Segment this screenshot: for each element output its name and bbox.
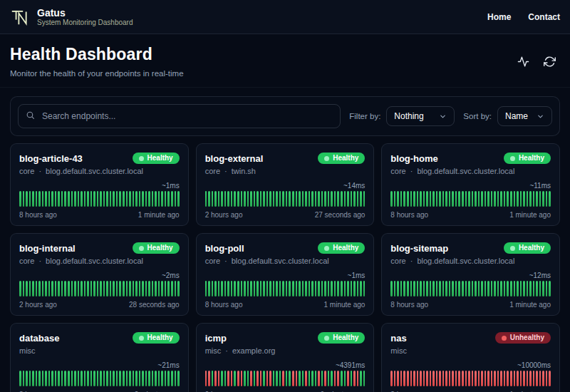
- status-bar[interactable]: [84, 281, 86, 296]
- status-bar[interactable]: [305, 281, 307, 296]
- status-bar[interactable]: [478, 191, 480, 207]
- status-bar[interactable]: [142, 281, 144, 296]
- status-bar[interactable]: [32, 191, 34, 207]
- status-bar[interactable]: [407, 281, 409, 296]
- status-bar[interactable]: [32, 281, 34, 296]
- status-bar[interactable]: [475, 191, 477, 207]
- brand[interactable]: Gatus System Monitoring Dashboard: [10, 7, 133, 27]
- status-bar[interactable]: [167, 281, 170, 296]
- status-bar[interactable]: [299, 191, 301, 207]
- nav-link-home[interactable]: Home: [487, 12, 511, 22]
- status-bar[interactable]: [507, 281, 509, 296]
- status-bar[interactable]: [500, 371, 502, 386]
- status-bar[interactable]: [337, 371, 339, 386]
- status-bar[interactable]: [549, 191, 551, 207]
- status-bar[interactable]: [126, 371, 128, 386]
- status-bar[interactable]: [426, 191, 428, 207]
- status-bar[interactable]: [523, 281, 525, 296]
- status-bar[interactable]: [51, 191, 53, 207]
- status-bar[interactable]: [360, 191, 362, 207]
- status-bar[interactable]: [472, 281, 474, 296]
- status-bar[interactable]: [341, 371, 343, 386]
- status-bar[interactable]: [390, 191, 393, 207]
- status-bar[interactable]: [403, 371, 405, 386]
- status-bar[interactable]: [420, 281, 422, 296]
- status-bar[interactable]: [315, 191, 317, 207]
- status-bar[interactable]: [462, 371, 464, 386]
- status-bar[interactable]: [403, 281, 405, 296]
- status-bar[interactable]: [299, 281, 301, 296]
- status-bar[interactable]: [58, 281, 60, 296]
- status-bar[interactable]: [74, 371, 76, 386]
- status-bar[interactable]: [231, 371, 233, 386]
- status-bar[interactable]: [58, 371, 60, 386]
- status-bar[interactable]: [64, 191, 66, 207]
- status-bar[interactable]: [61, 281, 63, 296]
- status-bar[interactable]: [292, 191, 294, 207]
- status-bar[interactable]: [61, 371, 63, 386]
- status-bar[interactable]: [430, 191, 432, 207]
- status-bar[interactable]: [250, 191, 252, 207]
- status-bar[interactable]: [363, 191, 366, 207]
- status-bar[interactable]: [497, 281, 499, 296]
- status-bar[interactable]: [269, 191, 271, 207]
- status-bar[interactable]: [536, 191, 538, 207]
- status-bar[interactable]: [465, 371, 467, 386]
- status-bar[interactable]: [123, 281, 125, 296]
- status-bar[interactable]: [231, 281, 233, 296]
- status-bar[interactable]: [400, 191, 403, 207]
- status-bar[interactable]: [279, 371, 281, 386]
- status-bar[interactable]: [135, 281, 138, 296]
- status-bar[interactable]: [481, 191, 483, 207]
- endpoint-card[interactable]: blog-article-43 Healthy core · blog.defa…: [10, 143, 189, 226]
- status-bar[interactable]: [260, 281, 262, 296]
- status-bar[interactable]: [212, 371, 214, 386]
- status-bar[interactable]: [337, 281, 339, 296]
- status-bar[interactable]: [266, 191, 269, 207]
- status-bar[interactable]: [55, 281, 57, 296]
- status-bar[interactable]: [97, 371, 99, 386]
- status-bar[interactable]: [305, 371, 307, 386]
- status-bar[interactable]: [439, 371, 441, 386]
- status-bar[interactable]: [311, 191, 314, 207]
- status-bar[interactable]: [282, 191, 284, 207]
- status-bar[interactable]: [494, 191, 496, 207]
- status-bar[interactable]: [296, 191, 298, 207]
- status-bar[interactable]: [487, 281, 489, 296]
- status-bar[interactable]: [23, 281, 25, 296]
- status-bar[interactable]: [135, 191, 138, 207]
- status-bar[interactable]: [103, 371, 105, 386]
- status-bar[interactable]: [455, 371, 457, 386]
- status-bar[interactable]: [337, 191, 339, 207]
- status-bar[interactable]: [254, 281, 256, 296]
- status-bar[interactable]: [351, 191, 353, 207]
- status-bar[interactable]: [458, 281, 460, 296]
- status-bar[interactable]: [145, 191, 147, 207]
- status-bar[interactable]: [455, 281, 457, 296]
- status-bar[interactable]: [205, 191, 207, 207]
- endpoint-card[interactable]: icmp Healthy misc · example.org ~4391ms …: [196, 323, 375, 392]
- status-bar[interactable]: [78, 191, 80, 207]
- status-bar[interactable]: [224, 371, 227, 386]
- status-bar[interactable]: [133, 281, 135, 296]
- status-bar[interactable]: [263, 191, 265, 207]
- status-bar[interactable]: [328, 371, 330, 386]
- status-bar[interactable]: [442, 371, 445, 386]
- status-bar[interactable]: [529, 371, 532, 386]
- status-bar[interactable]: [328, 281, 330, 296]
- status-bar[interactable]: [175, 371, 177, 386]
- status-bar[interactable]: [315, 371, 317, 386]
- status-bar[interactable]: [420, 191, 422, 207]
- status-bar[interactable]: [494, 281, 496, 296]
- status-bar[interactable]: [221, 191, 223, 207]
- status-bar[interactable]: [221, 281, 223, 296]
- status-bar[interactable]: [353, 371, 356, 386]
- status-bar[interactable]: [250, 281, 252, 296]
- status-bar[interactable]: [394, 371, 396, 386]
- status-bar[interactable]: [432, 281, 435, 296]
- status-bar[interactable]: [331, 191, 333, 207]
- status-bar[interactable]: [38, 281, 41, 296]
- status-bar[interactable]: [260, 371, 262, 386]
- status-bar[interactable]: [165, 191, 167, 207]
- status-bar[interactable]: [533, 281, 535, 296]
